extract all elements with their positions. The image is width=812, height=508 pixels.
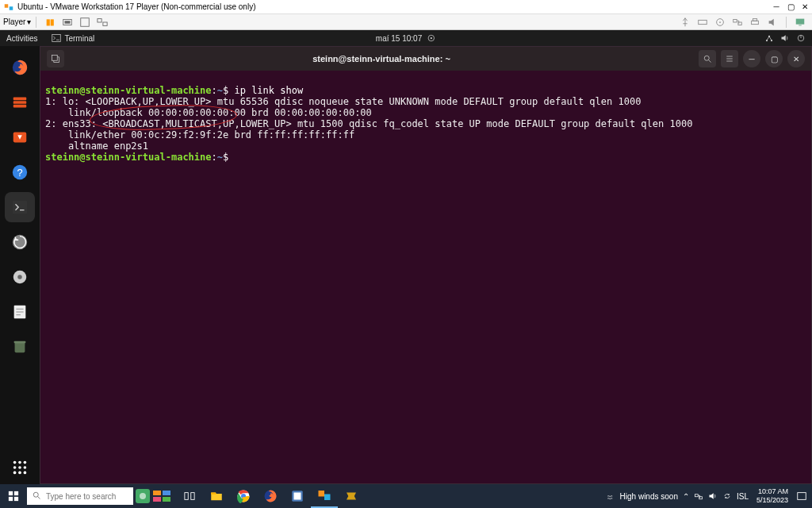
dock-firefox[interactable] [5,52,35,83]
fullscreen-button[interactable] [79,16,91,29]
dock-files[interactable] [5,87,35,117]
svg-rect-10 [733,19,737,22]
cycle-screens-button[interactable] [794,16,806,29]
svg-rect-15 [799,25,802,25]
svg-rect-66 [294,493,301,500]
unity-mode-button[interactable] [96,16,109,29]
svg-rect-69 [695,495,698,497]
tray-chevron-up-icon[interactable]: ⌃ [683,492,689,501]
dock-disk[interactable] [5,262,35,292]
terminal-close-button[interactable]: ✕ [787,50,805,67]
tray-clock[interactable]: 10:07 AM 5/15/2023 [753,487,791,505]
svg-point-41 [18,466,21,469]
output-line: 2: ens33: <BROADCAST,MULTICAST,UP,LOWER_… [45,118,692,129]
taskbar-firefox[interactable] [257,484,284,508]
terminal-search-button[interactable] [699,50,716,67]
taskbar-search[interactable]: Type here to search [27,487,133,505]
tray-network-icon[interactable] [694,491,703,501]
svg-rect-14 [796,18,805,24]
svg-rect-49 [14,491,18,495]
svg-rect-36 [14,341,26,344]
svg-rect-50 [9,497,13,501]
output-line: link/loopback 00:00:00:00:00:00 brd 00:0… [45,107,372,118]
svg-rect-13 [753,18,756,21]
svg-rect-67 [319,491,325,497]
svg-rect-24 [13,98,27,101]
tray-sync-icon[interactable] [722,491,732,501]
volume-icon[interactable] [780,33,790,43]
pause-vm-button[interactable]: ▮▮ [44,16,56,29]
svg-point-54 [140,493,146,499]
news-widget[interactable] [133,484,176,508]
topbar-app-label: Terminal [64,34,94,43]
taskbar-app-2[interactable] [338,484,365,508]
svg-rect-61 [211,493,216,495]
send-ctrl-alt-del-button[interactable] [61,16,74,29]
dock-terminal[interactable] [5,192,35,222]
task-view-button[interactable] [176,484,203,508]
window-close-button[interactable]: ✕ [798,0,812,14]
weather-icon[interactable] [606,491,615,501]
tray-volume-icon[interactable] [708,491,718,501]
svg-point-33 [17,275,22,279]
windows-taskbar: Type here to search High winds soon ⌃ IS… [0,484,812,508]
svg-text:?: ? [17,167,22,179]
devices-printer-icon[interactable] [749,16,761,29]
search-icon [32,491,41,502]
network-icon[interactable] [764,33,774,43]
svg-rect-0 [5,4,9,8]
topbar-app-menu[interactable]: Terminal [52,33,94,43]
taskbar-vmware[interactable] [311,484,338,508]
power-icon[interactable] [796,33,806,43]
svg-point-39 [24,461,27,464]
terminal-menu-button[interactable] [721,50,738,67]
svg-rect-25 [13,101,27,104]
notification-icon [427,33,436,43]
svg-point-43 [13,471,17,475]
window-maximize-button[interactable]: ▢ [783,0,798,14]
dock-trash[interactable] [5,332,35,362]
svg-rect-48 [9,491,13,495]
svg-rect-4 [81,17,90,26]
taskbar-app[interactable] [284,484,311,508]
svg-point-42 [24,466,27,469]
terminal-minimize-button[interactable]: ─ [743,50,760,67]
weather-text[interactable]: High winds soon [620,492,678,501]
svg-point-38 [18,461,21,464]
devices-usb-icon[interactable] [679,16,691,29]
svg-point-40 [13,466,17,469]
dock-texteditor[interactable] [5,297,35,327]
tray-notifications-icon[interactable] [796,491,807,502]
svg-rect-57 [153,497,161,502]
devices-network-icon[interactable] [731,16,744,29]
show-applications-button[interactable] [11,459,29,476]
terminal-maximize-button[interactable]: ▢ [765,50,783,67]
start-button[interactable] [0,484,27,508]
svg-rect-35 [15,343,25,353]
terminal-body[interactable]: steinn@steinn-virtual-machine:~$ ip link… [40,71,811,483]
player-menu[interactable]: Player ▾ [3,17,31,26]
dock-updater[interactable] [5,227,35,257]
taskbar-explorer[interactable] [203,484,230,508]
svg-point-9 [719,21,721,23]
dock-help[interactable]: ? [5,157,35,187]
devices-disk-icon[interactable] [696,16,709,29]
activities-button[interactable]: Activities [6,34,37,43]
taskbar-chrome[interactable] [230,484,257,508]
dock-software[interactable] [5,122,35,152]
svg-point-18 [431,37,432,39]
svg-rect-46 [52,56,58,61]
window-minimize-button[interactable]: ─ [769,0,783,14]
svg-rect-71 [798,493,806,500]
devices-sound-icon[interactable] [766,16,779,29]
new-tab-button[interactable] [47,50,64,67]
system-tray: High winds soon ⌃ ISL 10:07 AM 5/15/2023 [606,487,812,505]
svg-point-45 [24,471,27,475]
topbar-clock[interactable]: maí 15 10:07 [376,33,436,43]
svg-rect-55 [153,491,161,495]
tray-language[interactable]: ISL [737,492,749,501]
devices-cd-icon[interactable] [714,16,726,29]
chevron-down-icon: ▾ [27,17,31,26]
tray-date: 5/15/2023 [756,496,788,505]
command-text: ip link show [234,85,303,96]
